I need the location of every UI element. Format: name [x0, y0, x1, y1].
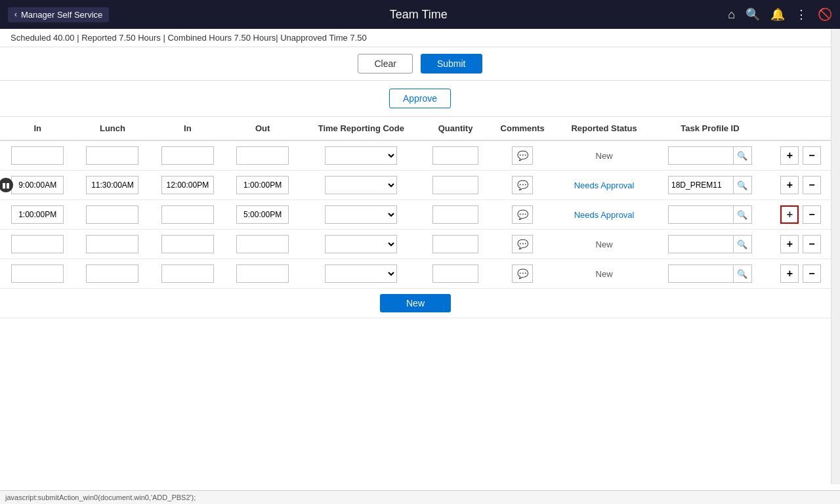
search-icon: 🔍	[737, 210, 747, 220]
task-search-button[interactable]: 🔍	[734, 176, 752, 194]
cell-task: 🔍	[652, 230, 768, 259]
task-profile-input[interactable]	[668, 264, 734, 283]
scrollbar[interactable]	[831, 29, 840, 318]
time-table-wrapper: In Lunch In Out Time Reporting Code Quan…	[0, 117, 840, 318]
trc-select[interactable]	[325, 264, 397, 283]
col-header-in2: In	[150, 117, 225, 140]
action-row: Clear Submit	[0, 47, 840, 81]
in1-input[interactable]	[11, 146, 64, 165]
cell-in1: ▮▮	[0, 171, 75, 200]
remove-row-button[interactable]: −	[803, 146, 821, 165]
cell-trc	[300, 259, 422, 289]
cell-out	[225, 200, 300, 230]
trc-select[interactable]	[325, 176, 397, 194]
task-profile-input[interactable]	[668, 176, 734, 194]
approve-button[interactable]: Approve	[389, 89, 451, 108]
in2-input[interactable]	[161, 235, 214, 253]
comment-button[interactable]: 💬	[512, 205, 533, 224]
cell-in1	[0, 140, 75, 171]
cell-in2	[150, 171, 225, 200]
prohibited-icon[interactable]: 🚫	[818, 7, 832, 22]
table-header-row: In Lunch In Out Time Reporting Code Quan…	[0, 117, 831, 140]
task-profile-input[interactable]	[668, 205, 734, 224]
submit-button[interactable]: Submit	[421, 54, 482, 74]
remove-row-button[interactable]: −	[803, 205, 821, 224]
in2-input[interactable]	[161, 205, 214, 224]
add-row-button[interactable]: +	[780, 205, 799, 224]
add-row-button[interactable]: +	[780, 235, 799, 253]
cell-actions: + −	[768, 171, 831, 200]
cell-status: New	[556, 140, 652, 171]
cell-task: 🔍	[652, 200, 768, 230]
cell-qty	[422, 171, 488, 200]
lunch-input[interactable]	[86, 146, 138, 165]
comment-button[interactable]: 💬	[512, 264, 533, 283]
status-badge: New	[596, 240, 613, 249]
comment-icon: 💬	[517, 239, 528, 249]
clear-button[interactable]: Clear	[358, 54, 412, 74]
remove-row-button[interactable]: −	[803, 235, 821, 253]
time-table: In Lunch In Out Time Reporting Code Quan…	[0, 117, 831, 318]
in2-input[interactable]	[161, 264, 214, 283]
task-search-button[interactable]: 🔍	[734, 205, 752, 224]
cell-in1	[0, 259, 75, 289]
lunch-input[interactable]	[86, 264, 138, 283]
qty-input[interactable]	[432, 205, 478, 224]
lunch-input[interactable]	[86, 176, 138, 194]
lunch-input[interactable]	[86, 235, 138, 253]
nav-icons-group: ⌂ 🔍 🔔 ⋮ 🚫	[728, 7, 832, 22]
qty-input[interactable]	[432, 264, 478, 283]
comment-button[interactable]: 💬	[512, 235, 533, 253]
remove-row-button[interactable]: −	[803, 176, 821, 194]
in1-input[interactable]	[11, 176, 64, 194]
qty-input[interactable]	[432, 146, 478, 165]
back-label: Manager Self Service	[21, 10, 102, 20]
add-row-button[interactable]: +	[780, 146, 799, 165]
task-search-button[interactable]: 🔍	[734, 235, 752, 253]
comment-button[interactable]: 💬	[512, 146, 533, 165]
search-icon[interactable]: 🔍	[746, 7, 760, 22]
page-title: Team Time	[109, 8, 728, 22]
back-button[interactable]: ‹ Manager Self Service	[8, 7, 109, 22]
in2-input[interactable]	[161, 146, 214, 165]
new-button[interactable]: New	[380, 294, 451, 312]
cell-comments: 💬	[489, 171, 556, 200]
in1-input[interactable]	[11, 205, 64, 224]
out-input[interactable]	[236, 146, 289, 165]
out-input[interactable]	[236, 205, 289, 224]
trc-select[interactable]	[325, 205, 397, 224]
qty-input[interactable]	[432, 176, 478, 194]
trc-select[interactable]	[325, 146, 397, 165]
qty-input[interactable]	[432, 235, 478, 253]
in1-input[interactable]	[11, 235, 64, 253]
cell-in1	[0, 200, 75, 230]
comment-icon: 💬	[517, 180, 528, 190]
bell-icon[interactable]: 🔔	[770, 7, 785, 22]
cell-qty	[422, 200, 488, 230]
in1-input[interactable]	[11, 264, 64, 283]
trc-select[interactable]	[325, 235, 397, 253]
task-search-button[interactable]: 🔍	[734, 146, 752, 165]
out-input[interactable]	[236, 176, 289, 194]
cell-task: 🔍	[652, 171, 768, 200]
task-profile-input[interactable]	[668, 146, 734, 165]
cell-lunch	[75, 200, 150, 230]
in2-input[interactable]	[161, 176, 214, 194]
add-row-button[interactable]: +	[780, 264, 799, 283]
out-input[interactable]	[236, 235, 289, 253]
task-search-button[interactable]: 🔍	[734, 264, 752, 283]
more-icon[interactable]: ⋮	[795, 7, 807, 22]
col-header-in1: In	[0, 117, 75, 140]
cell-lunch	[75, 140, 150, 171]
task-profile-input[interactable]	[668, 235, 734, 253]
remove-row-button[interactable]: −	[803, 264, 821, 283]
add-row-button[interactable]: +	[780, 176, 799, 194]
comment-button[interactable]: 💬	[512, 176, 533, 194]
home-icon[interactable]: ⌂	[728, 8, 735, 22]
cell-lunch	[75, 259, 150, 289]
task-profile-wrap: 🔍	[668, 264, 752, 283]
lunch-input[interactable]	[86, 205, 138, 224]
task-profile-wrap: 🔍	[668, 146, 752, 165]
cell-comments: 💬	[489, 200, 556, 230]
out-input[interactable]	[236, 264, 289, 283]
